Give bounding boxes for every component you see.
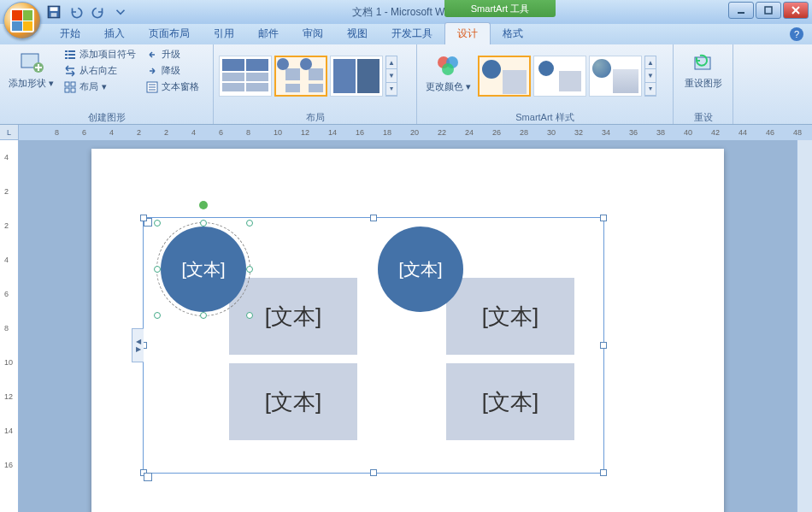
rect-text-2b: [文本] [482, 387, 538, 417]
vertical-ruler[interactable]: 42246810121416 [0, 140, 19, 512]
rotation-handle[interactable] [199, 201, 208, 209]
group-label-layouts: 布局 [219, 110, 411, 124]
svg-rect-19 [65, 88, 69, 92]
svg-rect-12 [68, 50, 75, 52]
svg-point-27 [442, 63, 454, 75]
office-logo-icon [10, 9, 34, 32]
save-icon [46, 4, 62, 20]
close-button[interactable] [783, 2, 809, 19]
minimize-button[interactable] [728, 2, 754, 19]
rtl-label: 从右向左 [79, 64, 117, 77]
group-smartart-styles: 更改颜色 ▾ ▲▼▾ SmartArt 样式 [417, 44, 674, 124]
svg-rect-11 [65, 50, 68, 52]
promote-label: 升级 [162, 48, 180, 61]
style-option-3[interactable] [589, 56, 642, 97]
ruler-corner[interactable]: L [0, 125, 19, 140]
smartart-rect-2b[interactable]: [文本] [446, 363, 574, 440]
text-pane-button[interactable]: 文本窗格 [143, 79, 203, 94]
tab-design[interactable]: 设计 [444, 22, 491, 44]
text-pane-toggle[interactable]: ◀▶ [132, 328, 144, 362]
smartart-frame[interactable]: ◀▶ [文本] [文本] [文本] [143, 217, 604, 474]
save-button[interactable] [46, 4, 62, 20]
promote-icon [146, 49, 158, 61]
tab-review[interactable]: 审阅 [291, 23, 335, 44]
add-shape-button[interactable]: 添加形状 ▾ [5, 47, 57, 91]
svg-rect-20 [71, 88, 75, 92]
layout-option-1[interactable] [219, 56, 272, 97]
reset-label: 重设图形 [685, 78, 722, 89]
qat-customize-button[interactable] [113, 4, 128, 20]
bullet-icon [64, 49, 76, 61]
group-label-styles: SmartArt 样式 [422, 110, 668, 124]
vertical-scrollbar[interactable] [797, 140, 812, 512]
layout-dropdown-label: 布局 [79, 80, 98, 93]
chevron-down-icon [113, 4, 128, 20]
tab-developer[interactable]: 开发工具 [380, 23, 444, 44]
group-create-graphic: 添加形状 ▾ 添加项目符号 从右向左 布局 ▾ 升级 降级 文本窗格 创建图形 [0, 44, 214, 124]
circle-text-1: [文本] [181, 258, 225, 281]
rect-text-1b: [文本] [265, 387, 321, 417]
demote-button[interactable]: 降级 [143, 63, 203, 78]
svg-rect-4 [765, 7, 772, 14]
add-bullet-label: 添加项目符号 [79, 48, 136, 61]
ruler-row: L 86422468101214161820222426283032343638… [0, 125, 812, 140]
tab-view[interactable]: 视图 [335, 23, 380, 44]
tab-references[interactable]: 引用 [202, 23, 246, 44]
svg-rect-14 [68, 54, 75, 56]
help-button[interactable]: ? [790, 27, 803, 41]
rtl-button[interactable]: 从右向左 [61, 63, 139, 78]
document-scroll[interactable]: ◀▶ [文本] [文本] [文本] [19, 140, 797, 512]
maximize-icon [764, 6, 773, 15]
smartart-circle-2[interactable]: [文本] [378, 227, 463, 312]
svg-rect-15 [65, 57, 68, 59]
demote-icon [146, 65, 158, 77]
undo-button[interactable] [68, 4, 84, 20]
smartart-block-2: [文本] [文本] [文本] [386, 235, 578, 456]
style-option-2[interactable] [533, 56, 586, 97]
change-colors-button[interactable]: 更改颜色 ▾ [422, 50, 474, 94]
window-controls [728, 2, 809, 19]
smartart-circle-1[interactable]: [文本] [161, 227, 246, 312]
rect-text-2a: [文本] [482, 302, 538, 332]
promote-button[interactable]: 升级 [143, 47, 203, 62]
text-pane-icon [146, 81, 158, 93]
layout-icon [64, 81, 76, 93]
rect-text-1a: [文本] [265, 302, 321, 332]
window-title: 文档 1 - Microsoft Word [352, 5, 459, 20]
tab-page-layout[interactable]: 页面布局 [137, 23, 202, 44]
styles-gallery-scroll[interactable]: ▲▼▾ [644, 56, 656, 97]
group-label-reset: 重设 [679, 110, 727, 124]
add-shape-icon [18, 49, 45, 76]
layout-dropdown-button[interactable]: 布局 ▾ [61, 79, 139, 94]
context-tab-title: SmartArt 工具 [444, 0, 556, 17]
style-option-1[interactable] [478, 56, 531, 97]
tab-format[interactable]: 格式 [491, 23, 535, 44]
layout-option-3[interactable] [330, 56, 383, 97]
add-shape-label: 添加形状 [9, 78, 46, 88]
redo-button[interactable] [91, 4, 106, 20]
add-bullet-button[interactable]: 添加项目符号 [61, 47, 139, 62]
titlebar: 文档 1 - Microsoft Word SmartArt 工具 [0, 0, 812, 24]
ribbon-tabs: 开始 插入 页面布局 引用 邮件 审阅 视图 开发工具 设计 格式 ? [0, 24, 812, 44]
quick-access-toolbar [46, 4, 128, 20]
tab-insert[interactable]: 插入 [92, 23, 137, 44]
maximize-button[interactable] [756, 2, 781, 19]
layouts-gallery-scroll[interactable]: ▲▼▾ [385, 56, 397, 97]
undo-icon [68, 4, 84, 20]
group-label-create: 创建图形 [5, 110, 208, 124]
help-icon: ? [794, 29, 799, 39]
document-area: 42246810121416 ◀▶ [文本] [0, 140, 812, 512]
office-button[interactable] [3, 2, 41, 39]
rtl-icon [64, 65, 76, 77]
smartart-rect-1b[interactable]: [文本] [229, 363, 357, 440]
smartart-rect-2a[interactable]: [文本] [446, 278, 574, 355]
document-page: ◀▶ [文本] [文本] [文本] [91, 149, 724, 512]
text-pane-label: 文本窗格 [162, 80, 199, 93]
minimize-icon [737, 6, 745, 15]
reset-button[interactable]: 重设图形 [681, 47, 726, 91]
circle-text-2: [文本] [398, 258, 442, 281]
layout-option-2[interactable] [274, 56, 327, 97]
smartart-block-1: [文本] [文本] [文本] [169, 235, 361, 456]
tab-home[interactable]: 开始 [48, 23, 92, 44]
tab-mailings[interactable]: 邮件 [246, 23, 291, 44]
